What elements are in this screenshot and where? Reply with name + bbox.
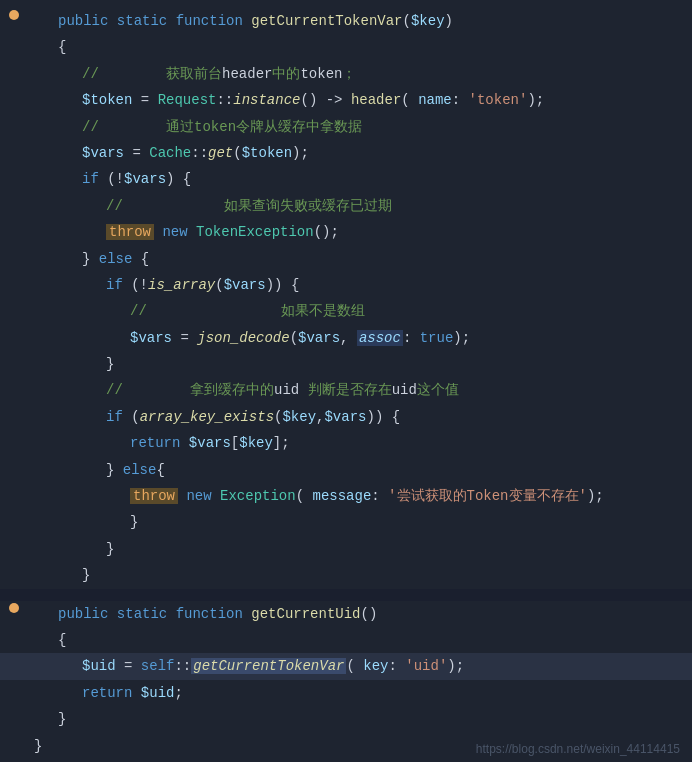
token: , — [340, 330, 357, 346]
token: ); — [587, 488, 604, 504]
token: $token — [82, 92, 132, 108]
gutter-marker — [0, 706, 28, 708]
line-content: } else{ — [28, 457, 692, 483]
token: 通过token令牌从缓存中拿数据 — [166, 119, 362, 135]
code-line: $vars = Cache::get($token); — [0, 140, 692, 166]
gutter-marker — [0, 430, 28, 432]
token: header — [222, 66, 272, 82]
token: : — [452, 92, 469, 108]
token: { — [132, 251, 149, 267]
gutter-marker — [0, 601, 28, 613]
token — [212, 488, 220, 504]
token: ( — [215, 277, 223, 293]
line-content: if (array_key_exists($key,$vars)) { — [28, 404, 692, 430]
token: () -> — [300, 92, 350, 108]
line-content: { — [28, 34, 692, 60]
token: if — [106, 409, 123, 425]
line-content: } else { — [28, 246, 692, 272]
line-content: $vars = Cache::get($token); — [28, 140, 692, 166]
token: $vars — [298, 330, 340, 346]
line-content: // 拿到缓存中的uid 判断是否存在uid这个值 — [28, 377, 692, 403]
token: getCurrentTokenVar — [191, 658, 346, 674]
token: 如果不是数组 — [281, 303, 365, 319]
token: :: — [191, 145, 208, 161]
gutter-marker — [0, 377, 28, 379]
token: ); — [527, 92, 544, 108]
code-line: // 如果查询失败或缓存已过期 — [0, 193, 692, 219]
token: 判断是否存在 — [299, 382, 391, 398]
token: $vars — [130, 330, 172, 346]
line-content: public static function getCurrentUid() — [28, 601, 692, 627]
token — [123, 382, 190, 398]
line-content: throw new TokenException(); — [28, 219, 692, 245]
token: token — [300, 66, 342, 82]
token — [108, 13, 116, 29]
token: = — [124, 145, 149, 161]
token: ( — [123, 409, 140, 425]
token: )) { — [266, 277, 300, 293]
line-content: { — [28, 627, 692, 653]
token: getCurrentUid — [251, 606, 360, 622]
token: () — [361, 606, 378, 622]
line-content: // 获取前台header中的token； — [28, 61, 692, 87]
token: Request — [158, 92, 217, 108]
token: new — [186, 488, 211, 504]
token: $token — [242, 145, 292, 161]
line-content: return $vars[$key]; — [28, 430, 692, 456]
line-content: } — [28, 509, 692, 535]
token: } — [106, 541, 114, 557]
token: (! — [99, 171, 124, 187]
token: :: — [216, 92, 233, 108]
token: $vars — [324, 409, 366, 425]
token — [188, 224, 196, 240]
token — [108, 606, 116, 622]
token: message — [304, 488, 371, 504]
token: is_array — [148, 277, 215, 293]
gutter-marker — [0, 272, 28, 274]
gutter-marker — [0, 562, 28, 564]
token: $uid — [82, 658, 116, 674]
token: 获取前台 — [166, 66, 222, 82]
gutter-marker — [0, 536, 28, 538]
breakpoint-icon[interactable] — [9, 603, 19, 613]
gutter-marker — [0, 166, 28, 168]
token: true — [420, 330, 454, 346]
gutter-marker — [0, 457, 28, 459]
line-content: if (!$vars) { — [28, 166, 692, 192]
token: public — [58, 606, 108, 622]
token: (! — [123, 277, 148, 293]
token: // — [106, 198, 123, 214]
token: // — [82, 119, 99, 135]
token: self — [141, 658, 175, 674]
token: 如果查询失败或缓存已过期 — [224, 198, 392, 214]
token — [132, 685, 140, 701]
token: 'token' — [469, 92, 528, 108]
token: static — [117, 13, 167, 29]
token: [ — [231, 435, 239, 451]
token: header — [351, 92, 401, 108]
token: $key — [411, 13, 445, 29]
token: new — [162, 224, 187, 240]
token: $vars — [224, 277, 266, 293]
token — [167, 606, 175, 622]
code-line: $token = Request::instance() -> header( … — [0, 87, 692, 113]
gutter-marker — [0, 114, 28, 116]
token: TokenException — [196, 224, 314, 240]
token: : — [403, 330, 420, 346]
token: $key — [239, 435, 273, 451]
token: else — [123, 462, 157, 478]
token: assoc — [357, 330, 403, 346]
line-content: $vars = json_decode($vars, assoc: true); — [28, 325, 692, 351]
token: (); — [314, 224, 339, 240]
line-content: $token = Request::instance() -> header( … — [28, 87, 692, 113]
line-content: // 如果查询失败或缓存已过期 — [28, 193, 692, 219]
token — [147, 303, 281, 319]
token: { — [58, 632, 66, 648]
token: = — [132, 92, 157, 108]
line-content: throw new Exception( message: '尝试获取的Toke… — [28, 483, 692, 509]
token: ); — [292, 145, 309, 161]
breakpoint-icon[interactable] — [9, 10, 19, 20]
gutter-marker — [0, 193, 28, 195]
code-line: if (!is_array($vars)) { — [0, 272, 692, 298]
code-line: { — [0, 34, 692, 60]
